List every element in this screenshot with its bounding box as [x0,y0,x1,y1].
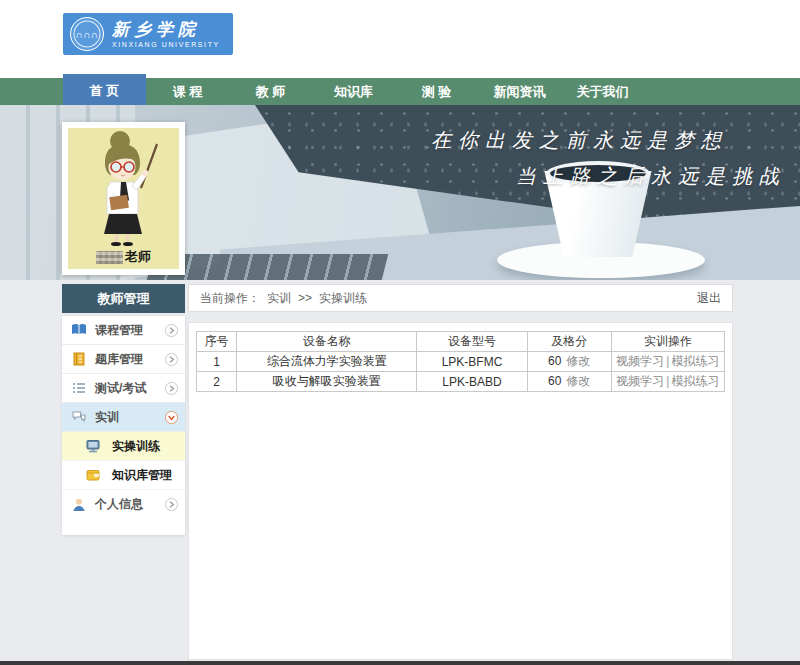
wallet-icon [85,467,101,483]
notebook-icon [71,351,87,367]
sidebar-item-label: 课程管理 [95,322,164,339]
logo-text: 新乡学院 XINXIANG UNIVERSITY [112,20,220,48]
teacher-cartoon-illustration [69,128,179,246]
university-seal-icon: ∩∩∩ [70,17,104,51]
nav-item-news[interactable]: 新闻资讯 [478,78,561,105]
cell-operations: 视频学习|模拟练习 [611,372,724,392]
table-header-row: 序号 设备名称 设备型号 及格分 实训操作 [197,332,725,352]
cell-pass-score: 60修改 [527,352,611,372]
column-header-operations: 实训操作 [611,332,724,352]
book-icon [71,322,87,338]
chevron-right-icon [164,381,179,396]
video-learning-link[interactable]: 视频学习 [616,374,664,388]
nav-item-courses[interactable]: 课 程 [146,78,229,105]
nav-item-teachers[interactable]: 教 师 [229,78,312,105]
sidebar-item-label: 个人信息 [95,496,164,513]
column-header-device-model: 设备型号 [417,332,527,352]
nav-item-tests[interactable]: 测 验 [395,78,478,105]
edit-score-link[interactable]: 修改 [566,354,590,368]
sidebar-item-personal-info[interactable]: 个人信息 [62,490,185,519]
sidebar-item-label: 题库管理 [95,351,164,368]
logo-chinese-name: 新乡学院 [112,20,220,39]
column-header-device-name: 设备名称 [237,332,417,352]
teacher-avatar-card: 老师 [62,122,185,275]
sidebar-subitem-hands-on-training[interactable]: 实操训练 [62,432,185,461]
sidebar-subitem-knowledge-base-management[interactable]: 知识库管理 [62,461,185,490]
banner-quote: 在你出发之前永远是梦想 当上路之后永远是挑战 [431,127,786,190]
university-logo: ∩∩∩ 新乡学院 XINXIANG UNIVERSITY [63,13,233,55]
cell-device-model: LPK-BABD [417,372,527,392]
person-icon [71,497,87,513]
seal-text: ∩∩∩ [75,29,98,40]
op-separator: | [666,354,669,368]
chevron-right-icon [164,497,179,512]
sidebar-title: 教师管理 [62,284,185,313]
logo-english-name: XINXIANG UNIVERSITY [112,41,220,49]
nav-list: 首 页 课 程 教 师 知识库 测 验 新闻资讯 关于我们 [0,78,800,105]
breadcrumb-section: 实训 [267,290,291,307]
teacher-name: 老师 [68,248,179,266]
video-learning-link[interactable]: 视频学习 [616,354,664,368]
pass-score-value: 60 [548,354,561,368]
simulation-practice-link[interactable]: 模拟练习 [671,374,719,388]
breadcrumb-prefix: 当前操作： [200,290,260,307]
logout-link[interactable]: 退出 [697,290,721,307]
chevron-right-icon [164,323,179,338]
nav-item-home[interactable]: 首 页 [63,74,146,105]
cell-device-name: 吸收与解吸实验装置 [237,372,417,392]
sidebar-item-course-management[interactable]: 课程管理 [62,316,185,345]
cell-operations: 视频学习|模拟练习 [611,352,724,372]
content-area: 教师管理 课程管理 题库管理 [0,280,800,665]
sidebar-subitem-label: 知识库管理 [112,467,172,484]
main-panel: 序号 设备名称 设备型号 及格分 实训操作 1 综合流体力学实验装置 LPK-B… [188,322,733,660]
cell-device-model: LPK-BFMC [417,352,527,372]
breadcrumb: 当前操作： 实训 >> 实操训练 退出 [188,284,733,312]
breadcrumb-separator: >> [298,291,312,305]
quote-line-1: 在你出发之前永远是梦想 [431,127,728,154]
chat-bubbles-icon [71,409,87,425]
top-header: ∩∩∩ 新乡学院 XINXIANG UNIVERSITY [0,0,800,78]
censored-name-block [96,251,123,264]
teacher-name-suffix: 老师 [125,248,151,266]
list-icon [71,380,87,396]
sidebar-item-label: 实训 [95,409,164,426]
cell-seq: 1 [197,352,237,372]
column-header-pass-score: 及格分 [527,332,611,352]
table-row: 2 吸收与解吸实验装置 LPK-BABD 60修改 视频学习|模拟练习 [197,372,725,392]
hero-banner: 在你出发之前永远是梦想 当上路之后永远是挑战 [0,105,800,280]
simulation-practice-link[interactable]: 模拟练习 [671,354,719,368]
sidebar: 教师管理 课程管理 题库管理 [62,284,185,535]
pass-score-value: 60 [548,374,561,388]
nav-item-knowledge-base[interactable]: 知识库 [312,78,395,105]
sidebar-subitem-label: 实操训练 [112,438,160,455]
equipment-table: 序号 设备名称 设备型号 及格分 实训操作 1 综合流体力学实验装置 LPK-B… [196,331,725,392]
cell-seq: 2 [197,372,237,392]
sidebar-item-test-exam[interactable]: 测试/考试 [62,374,185,403]
column-header-seq: 序号 [197,332,237,352]
chevron-down-icon [164,410,179,425]
sidebar-item-question-bank[interactable]: 题库管理 [62,345,185,374]
sidebar-menu: 课程管理 题库管理 测试/考试 [62,316,185,535]
monitor-icon [85,438,101,454]
edit-score-link[interactable]: 修改 [566,374,590,388]
nav-item-about[interactable]: 关于我们 [561,78,644,105]
teacher-avatar: 老师 [68,128,179,269]
cell-device-name: 综合流体力学实验装置 [237,352,417,372]
op-separator: | [666,374,669,388]
sidebar-item-label: 测试/考试 [95,380,164,397]
chevron-right-icon [164,352,179,367]
breadcrumb-current-page: 实操训练 [319,290,367,307]
cell-pass-score: 60修改 [527,372,611,392]
table-row: 1 综合流体力学实验装置 LPK-BFMC 60修改 视频学习|模拟练习 [197,352,725,372]
quote-line-2: 当上路之后永远是挑战 [431,163,786,190]
footer-bar [0,661,800,665]
sidebar-item-practical-training[interactable]: 实训 [62,403,185,432]
main-navigation: 首 页 课 程 教 师 知识库 测 验 新闻资讯 关于我们 [0,78,800,105]
